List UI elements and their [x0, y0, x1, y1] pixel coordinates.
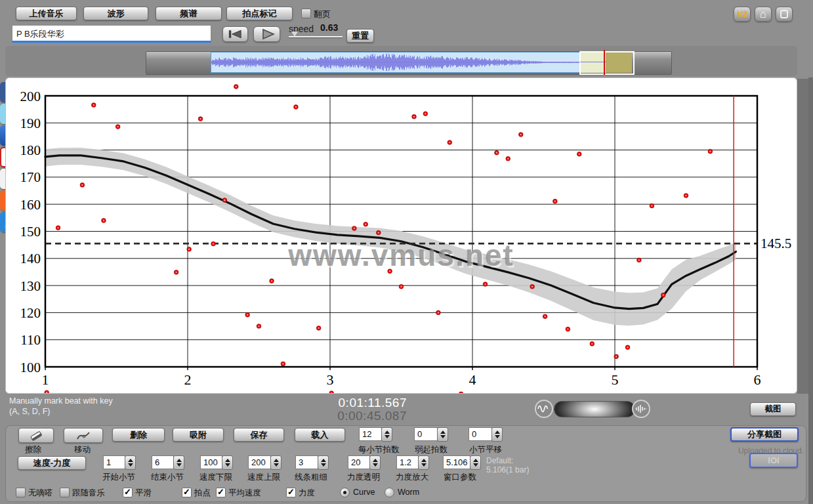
- worm-radio[interactable]: [385, 488, 394, 497]
- spin-up-icon: [177, 459, 182, 462]
- line-width-label: 线条粗细: [295, 472, 327, 483]
- start-measure-label: 开始小节: [102, 472, 135, 483]
- dynamics-opacity-label: 力度透明: [347, 472, 380, 483]
- save-button[interactable]: 保存: [234, 428, 284, 442]
- tempo-chart-panel[interactable]: www.vmus.netwww.vmus.net1001101201301401…: [5, 77, 797, 394]
- fullscreen-button[interactable]: [776, 7, 793, 22]
- pickup-beats-label: 弱起拍数: [415, 444, 448, 455]
- play-button[interactable]: [253, 26, 280, 42]
- v2-button[interactable]: V2: [734, 7, 751, 22]
- tempo-max-label: 速度上限: [247, 472, 280, 483]
- reset-button[interactable]: 重置: [346, 29, 374, 43]
- chart-panel-shadow: [797, 79, 808, 394]
- line-width-spinner[interactable]: [318, 455, 329, 470]
- snapshot-button[interactable]: 截图: [750, 402, 796, 416]
- spin-down-icon: [385, 435, 390, 438]
- measure-shift-spinner[interactable]: [491, 427, 503, 442]
- average-tempo-checkbox[interactable]: [216, 488, 226, 497]
- move-curve-icon: [75, 430, 91, 441]
- upload-music-button[interactable]: 上传音乐: [16, 7, 77, 20]
- eraser-icon: [29, 430, 43, 441]
- erase-tool-label: 擦除: [25, 444, 41, 455]
- hint-line2: (A, S, D, F): [9, 407, 51, 416]
- track-name-input[interactable]: P B乐段华彩: [12, 25, 211, 43]
- pickup-beats-spinner[interactable]: [437, 427, 448, 442]
- tempo-dynamics-mode-button[interactable]: 速度-力度: [18, 456, 86, 470]
- smooth-checkbox[interactable]: [123, 488, 133, 497]
- tempo-min-spinner[interactable]: [222, 455, 233, 470]
- worm-radio-label: Worm: [398, 488, 419, 497]
- dynamics-checkbox[interactable]: [286, 488, 296, 497]
- window-param-input[interactable]: 5.106: [443, 455, 470, 469]
- svg-text:www.vmus.net: www.vmus.net: [287, 238, 514, 272]
- waveform-button[interactable]: 波形: [83, 7, 148, 20]
- waveform-playhead[interactable]: [604, 50, 605, 75]
- volume-slider[interactable]: [554, 401, 635, 417]
- spin-down-icon: [495, 435, 500, 438]
- skip-to-start-button[interactable]: [222, 26, 248, 42]
- svg-text:4: 4: [469, 371, 476, 388]
- tempo-max-spinner[interactable]: [270, 455, 281, 470]
- no-click-checkbox[interactable]: [16, 488, 26, 497]
- beat-points-checkbox[interactable]: [182, 488, 192, 497]
- curve-radio[interactable]: [340, 488, 350, 497]
- erase-tool-button[interactable]: [18, 428, 54, 443]
- spin-down-icon: [225, 463, 230, 467]
- dynamics-opacity-spinner[interactable]: [369, 455, 381, 470]
- dynamics-scale-input[interactable]: 1.2: [396, 455, 419, 469]
- start-measure-input[interactable]: 1: [103, 455, 125, 469]
- end-measure-spinner[interactable]: [173, 455, 184, 470]
- measure-shift-label: 小节平移: [469, 444, 502, 455]
- svg-text:150: 150: [20, 224, 41, 240]
- follow-music-checkbox[interactable]: [60, 488, 70, 497]
- waveform-strip[interactable]: [146, 51, 672, 75]
- tempo-min-input[interactable]: 100: [200, 455, 222, 469]
- spin-down-icon: [373, 463, 378, 467]
- share-snapshot-button[interactable]: 分享截图: [730, 427, 799, 442]
- snap-button[interactable]: 吸附: [173, 428, 224, 442]
- end-measure-input[interactable]: 6: [152, 455, 174, 469]
- waveform-selection[interactable]: [211, 52, 580, 73]
- pickup-beats-input[interactable]: 0: [414, 427, 438, 441]
- svg-text:200: 200: [20, 89, 41, 104]
- follow-music-label: 跟随音乐: [72, 488, 105, 499]
- skip-to-start-icon: [227, 29, 243, 39]
- waveform-tail-line: [580, 62, 606, 62]
- average-tempo-label: 平均速度: [228, 488, 261, 499]
- line-width-input[interactable]: 3: [295, 455, 318, 469]
- ioi-button[interactable]: IOI: [749, 453, 798, 468]
- tempo-max-input[interactable]: 200: [248, 455, 271, 469]
- speed-slider-thumb[interactable]: [291, 32, 298, 37]
- svg-text:6: 6: [754, 371, 761, 388]
- start-measure-spinner[interactable]: [125, 455, 136, 470]
- spin-up-icon: [274, 459, 279, 462]
- load-button[interactable]: 载入: [295, 428, 345, 442]
- svg-text:1: 1: [42, 371, 49, 388]
- spectrum-button[interactable]: 频谱: [156, 7, 222, 20]
- window-param-spinner[interactable]: [470, 455, 481, 470]
- measure-shift-input[interactable]: 0: [469, 427, 492, 441]
- svg-text:100: 100: [20, 360, 41, 375]
- beats-per-measure-spinner[interactable]: [381, 427, 392, 442]
- delete-button[interactable]: 删除: [112, 428, 165, 442]
- tempo-chart[interactable]: www.vmus.netwww.vmus.net1001101201301401…: [6, 78, 797, 393]
- svg-text:2: 2: [184, 371, 192, 388]
- flip-page-checkbox[interactable]: [301, 9, 311, 18]
- move-tool-button[interactable]: [64, 428, 103, 443]
- waveform-burst-glyph: [635, 404, 647, 413]
- default-note-line2: 5.106(1 bar): [486, 465, 529, 474]
- v2-label: V2: [737, 9, 747, 19]
- volume-min-icon[interactable]: [535, 400, 553, 418]
- beat-mark-button[interactable]: 拍点标记: [226, 7, 293, 20]
- move-tool-label: 移动: [74, 444, 91, 455]
- svg-text:3: 3: [327, 371, 334, 388]
- spin-up-icon: [440, 430, 446, 434]
- volume-max-icon[interactable]: [632, 400, 650, 418]
- beats-per-measure-input[interactable]: 12: [359, 427, 382, 441]
- default-note-line1: Default:: [486, 456, 513, 465]
- dynamics-opacity-input[interactable]: 20: [348, 455, 370, 469]
- loop-region-border: [579, 51, 635, 75]
- dynamics-scale-spinner[interactable]: [418, 455, 429, 470]
- page-edge: [808, 77, 813, 504]
- home-button[interactable]: ⌂: [755, 7, 772, 22]
